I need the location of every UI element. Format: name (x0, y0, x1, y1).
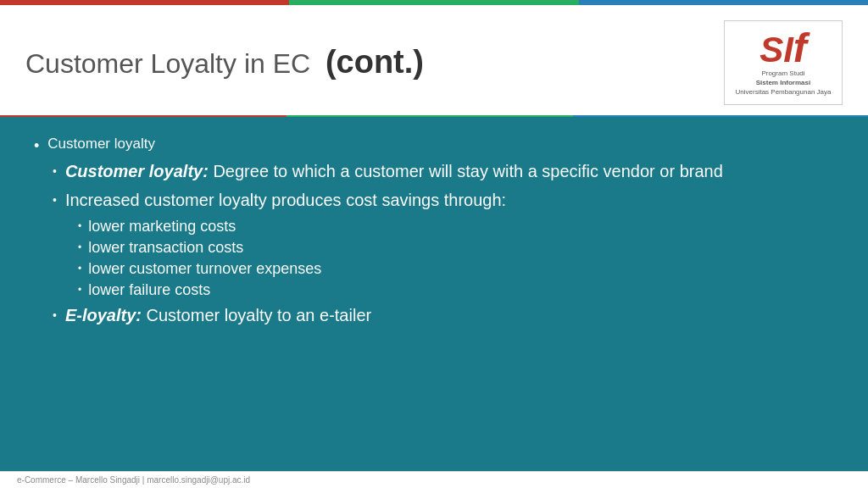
title-plain: Customer Loyalty in EC (25, 48, 310, 79)
l3-failure-costs: • lower failure costs (78, 281, 834, 299)
footer: e-Commerce – Marcello Singadji | marcell… (0, 471, 868, 488)
l2-italic-label: Customer loyalty: (65, 162, 209, 180)
l3-failure-costs-text: lower failure costs (88, 281, 210, 299)
logo-box: SIf Program Studi Sistem Informasi Unive… (724, 20, 843, 105)
l1-label: Customer loyalty (47, 136, 155, 152)
l2-definition: • Customer loyalty: Degree to which a cu… (53, 160, 834, 182)
logo-si-suffix: f (793, 25, 807, 70)
l3-turnover-expenses: • lower customer turnover expenses (78, 260, 834, 278)
bullet-dot-l2c: • (53, 308, 57, 323)
slide: Customer Loyalty in EC (cont.) SIf Progr… (0, 0, 868, 488)
bullet-dot-l3c: • (78, 263, 81, 274)
l3-transaction-costs: • lower transaction costs (78, 239, 834, 257)
l3-turnover-expenses-text: lower customer turnover expenses (88, 260, 321, 278)
l2-eloyalty-text: E-loyalty: Customer loyalty to an e-tail… (65, 304, 371, 326)
l3-marketing-costs: • lower marketing costs (78, 218, 834, 236)
bullet-dot: • (34, 137, 39, 155)
bullet-dot-l3b: • (78, 241, 81, 253)
l2-eloyalty-italic: E-loyalty: (65, 306, 142, 324)
slide-title: Customer Loyalty in EC (cont.) (25, 44, 424, 80)
logo-si: SIf (760, 28, 807, 69)
bullet-dot-l3a: • (78, 220, 81, 232)
l3-marketing-costs-text: lower marketing costs (88, 218, 236, 236)
l2-cost-savings-text: Increased customer loyalty produces cost… (65, 189, 506, 211)
l3-transaction-costs-text: lower transaction costs (88, 239, 243, 257)
l2-definition-rest: Degree to which a customer will stay wit… (213, 162, 722, 180)
logo-si-text: SI (760, 30, 793, 69)
title-bold: (cont.) (326, 44, 424, 80)
l2-cost-savings: • Increased customer loyalty produces co… (53, 189, 834, 211)
bullet-dot-l2: • (53, 164, 57, 179)
content-area: • Customer loyalty • Customer loyalty: D… (0, 117, 868, 471)
l1-customer-loyalty: • Customer loyalty (34, 136, 834, 155)
l2-eloyalty-rest: Customer loyalty to an e-tailer (147, 306, 372, 324)
bullet-dot-l3d: • (78, 284, 81, 296)
l2-eloyalty: • E-loyalty: Customer loyalty to an e-ta… (53, 304, 834, 326)
header: Customer Loyalty in EC (cont.) SIf Progr… (0, 5, 868, 115)
l2-definition-text: Customer loyalty: Degree to which a cust… (65, 160, 723, 182)
bullet-dot-l2b: • (53, 192, 57, 208)
logo-text: Program Studi Sistem Informasi Universit… (736, 69, 832, 97)
footer-text: e-Commerce – Marcello Singadji | marcell… (17, 475, 250, 485)
